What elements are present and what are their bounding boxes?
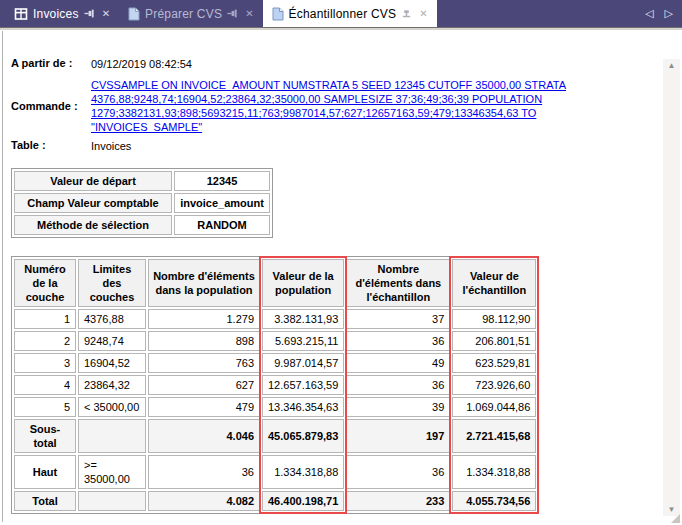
column-header: Numéro de la couche	[14, 259, 76, 307]
cell: 9.987.014,57	[262, 353, 344, 373]
cell: 9248,74	[78, 331, 146, 351]
document-icon	[272, 7, 284, 21]
param-label: Champ Valeur comptable	[14, 193, 172, 213]
strata-table-wrap: Numéro de la couche Limites des couches …	[11, 256, 539, 516]
table-row: 3 16904,52 763 9.987.014,57 49 623.529,8…	[14, 353, 536, 373]
tab-invoices[interactable]: Invoices ✕	[5, 0, 119, 27]
resize-grip-icon[interactable]	[671, 514, 680, 523]
column-header: Valeur de la population	[262, 259, 344, 307]
subtotal-row: Sous-total 4.046 45.065.879,83 197 2.721…	[14, 419, 536, 453]
cell: 4	[14, 375, 76, 395]
param-label: Méthode de sélection	[14, 215, 172, 235]
cell: 1.334.318,88	[452, 455, 536, 489]
command-label: Commande :	[11, 100, 91, 112]
table-row: Valeur de départ 12345	[14, 171, 270, 191]
close-icon[interactable]: ✕	[245, 8, 253, 19]
cell: 13.346.354,63	[262, 397, 344, 417]
cell: >= 35000,00	[78, 455, 146, 489]
scroll-up-icon[interactable]: ▲	[668, 61, 676, 70]
cell: 36	[346, 331, 450, 351]
scroll-tabs-left-icon[interactable]: ◁	[645, 7, 653, 20]
cell: 479	[148, 397, 260, 417]
cell: 98.112,90	[452, 309, 536, 329]
cell: 49	[346, 353, 450, 373]
table-row: 4 23864,32 627 12.657.163,59 36 723.926,…	[14, 375, 536, 395]
vertical-scrollbar[interactable]: ▲ ▼	[663, 59, 680, 516]
param-value: invoice_amount	[174, 193, 270, 213]
cell: 3	[14, 353, 76, 373]
cell: 36	[346, 375, 450, 395]
cell: 5	[14, 397, 76, 417]
cell: 197	[346, 419, 450, 453]
close-icon[interactable]: ✕	[419, 8, 427, 19]
row-label: Haut	[14, 455, 76, 489]
tab-echantillonner-cvs[interactable]: Échantillonner CVS ✕	[263, 0, 437, 27]
params-table-frame: Valeur de départ 12345 Champ Valeur comp…	[11, 168, 273, 238]
column-header: Nombre d'éléments dans la population	[148, 259, 260, 307]
from-label: A partir de :	[11, 57, 91, 71]
cell: 1.069.044,86	[452, 397, 536, 417]
table-value: Invoices	[91, 139, 131, 153]
cell: 206.801,51	[452, 331, 536, 351]
cell: 898	[148, 331, 260, 351]
cell: 36	[346, 455, 450, 489]
haut-row: Haut >= 35000,00 36 1.334.318,88 36 1.33…	[14, 455, 536, 489]
from-row: A partir de : 09/12/2019 08:42:54	[11, 57, 660, 71]
cell: 4376,88	[78, 309, 146, 329]
cell: 627	[148, 375, 260, 395]
cell: 4.055.734,56	[452, 491, 536, 511]
table-row: 2 9248,74 898 5.693.215,11 36 206.801,51	[14, 331, 536, 351]
cell: 5.693.215,11	[262, 331, 344, 351]
tab-bar: Invoices ✕ Préparer CVS ✕ Échantillonner…	[0, 0, 682, 27]
table-row: Méthode de sélection RANDOM	[14, 215, 270, 235]
tab-label: Invoices	[33, 7, 79, 21]
cell: 39	[346, 397, 450, 417]
cell: 1.334.318,88	[262, 455, 344, 489]
cell: < 35000,00	[78, 397, 146, 417]
cvssample-command-link[interactable]: CVSSAMPLE ON INVOICE_AMOUNT NUMSTRATA 5 …	[91, 79, 566, 133]
cell	[78, 419, 146, 453]
table-label: Table :	[11, 139, 91, 153]
cell: 16904,52	[78, 353, 146, 373]
cell: 233	[346, 491, 450, 511]
tab-scroll-buttons: ◁ ▷	[645, 0, 682, 27]
cell: 36	[148, 455, 260, 489]
column-header: Nombre d'éléments dans l'échantillon	[346, 259, 450, 307]
pin-icon[interactable]	[227, 8, 238, 19]
table-row: Champ Valeur comptable invoice_amount	[14, 193, 270, 213]
cell: 1	[14, 309, 76, 329]
table-row: Table : Invoices	[11, 139, 660, 153]
cell: 3.382.131,93	[262, 309, 344, 329]
scroll-tabs-right-icon[interactable]: ▷	[665, 7, 673, 20]
row-label: Total	[14, 491, 76, 511]
frame-border	[2, 31, 3, 522]
cell: 1.279	[148, 309, 260, 329]
cell: 45.065.879,83	[262, 419, 344, 453]
param-value: 12345	[174, 171, 270, 191]
table-row: 5 < 35000,00 479 13.346.354,63 39 1.069.…	[14, 397, 536, 417]
cell: 2.721.415,68	[452, 419, 536, 453]
cell: 46.400.198,71	[262, 491, 344, 511]
pin-icon[interactable]	[401, 8, 412, 19]
column-header: Valeur de l'échantillon	[452, 259, 536, 307]
row-label: Sous-total	[14, 419, 76, 453]
params-table: Valeur de départ 12345 Champ Valeur comp…	[12, 169, 272, 237]
tab-label: Préparer CVS	[145, 7, 222, 21]
report-content: A partir de : 09/12/2019 08:42:54 Comman…	[4, 31, 660, 521]
table-row: 1 4376,88 1.279 3.382.131,93 37 98.112,9…	[14, 309, 536, 329]
param-value: RANDOM	[174, 215, 270, 235]
scroll-down-icon[interactable]: ▼	[668, 505, 676, 514]
cell: 723.926,60	[452, 375, 536, 395]
cell: 23864,32	[78, 375, 146, 395]
close-icon[interactable]: ✕	[102, 8, 110, 19]
pin-icon[interactable]	[84, 8, 95, 19]
cell: 37	[346, 309, 450, 329]
tab-preparer-cvs[interactable]: Préparer CVS ✕	[119, 0, 263, 27]
column-header: Limites des couches	[78, 259, 146, 307]
frame-shade	[0, 28, 682, 30]
cell: 763	[148, 353, 260, 373]
param-label: Valeur de départ	[14, 171, 172, 191]
table-header-row: Numéro de la couche Limites des couches …	[14, 259, 536, 307]
document-icon	[128, 7, 140, 21]
cell: 4.046	[148, 419, 260, 453]
